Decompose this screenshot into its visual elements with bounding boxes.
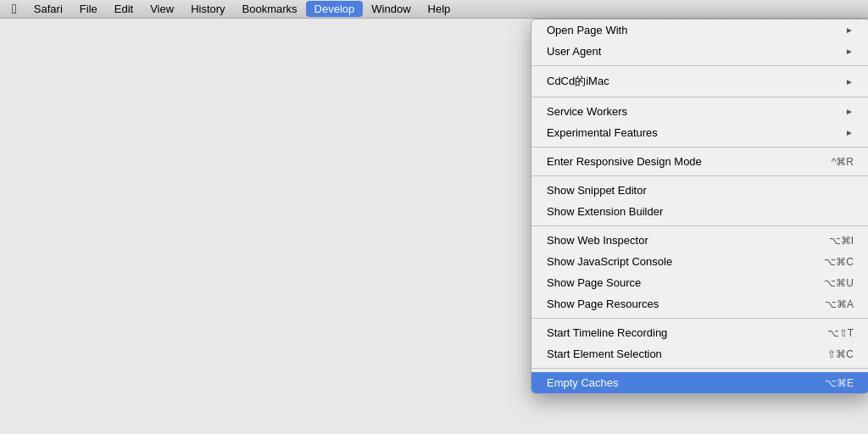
- menubar:  Safari File Edit View History Bookmark…: [0, 0, 868, 19]
- menubar-item-help[interactable]: Help: [420, 1, 459, 17]
- menu-item-show-snippet-editor[interactable]: Show Snippet Editor: [531, 180, 868, 201]
- menubar-item-window[interactable]: Window: [363, 1, 419, 17]
- menubar-item-file[interactable]: File: [71, 1, 106, 17]
- submenu-arrow-icon: ►: [845, 107, 854, 116]
- menu-item-start-element-selection[interactable]: Start Element Selection ⇧⌘C: [531, 343, 868, 364]
- menu-separator: [531, 65, 868, 66]
- menu-item-service-workers[interactable]: Service Workers ►: [531, 101, 868, 122]
- menu-item-open-page-with[interactable]: Open Page With ►: [531, 19, 868, 41]
- menubar-item-safari[interactable]: Safari: [25, 1, 71, 17]
- menu-item-start-timeline[interactable]: Start Timeline Recording ⌥⇧T: [531, 322, 868, 343]
- menu-separator: [531, 175, 868, 176]
- develop-menu: Open Page With ► User Agent ► CdCd的iMac …: [531, 19, 868, 394]
- menubar-item-bookmarks[interactable]: Bookmarks: [234, 1, 306, 17]
- menu-item-show-extension-builder[interactable]: Show Extension Builder: [531, 201, 868, 222]
- apple-menu-item[interactable]: : [3, 2, 25, 17]
- menubar-item-view[interactable]: View: [142, 1, 182, 17]
- menubar-item-develop[interactable]: Develop: [306, 1, 364, 17]
- menu-separator: [531, 318, 868, 319]
- menu-item-empty-caches[interactable]: Empty Caches ⌥⌘E: [531, 372, 868, 393]
- menu-separator: [531, 147, 868, 147]
- menu-item-cdcd-imac[interactable]: CdCd的iMac ►: [531, 70, 868, 93]
- submenu-arrow-icon: ►: [845, 77, 854, 86]
- submenu-arrow-icon: ►: [845, 25, 854, 35]
- menu-item-show-page-source[interactable]: Show Page Source ⌥⌘U: [531, 272, 868, 293]
- menu-separator: [531, 368, 868, 369]
- menu-item-show-js-console[interactable]: Show JavaScript Console ⌥⌘C: [531, 251, 868, 272]
- menu-item-user-agent[interactable]: User Agent ►: [531, 41, 868, 62]
- menu-item-show-page-resources[interactable]: Show Page Resources ⌥⌘A: [531, 293, 868, 314]
- menu-separator: [531, 225, 868, 226]
- menu-separator: [531, 97, 868, 97]
- menu-item-show-web-inspector[interactable]: Show Web Inspector ⌥⌘I: [531, 230, 868, 251]
- menubar-item-edit[interactable]: Edit: [106, 1, 142, 17]
- menu-item-experimental-features[interactable]: Experimental Features ►: [531, 122, 868, 143]
- menu-item-enter-responsive[interactable]: Enter Responsive Design Mode ^⌘R: [531, 151, 868, 172]
- menubar-item-history[interactable]: History: [182, 1, 233, 17]
- submenu-arrow-icon: ►: [845, 128, 854, 137]
- submenu-arrow-icon: ►: [845, 47, 854, 56]
